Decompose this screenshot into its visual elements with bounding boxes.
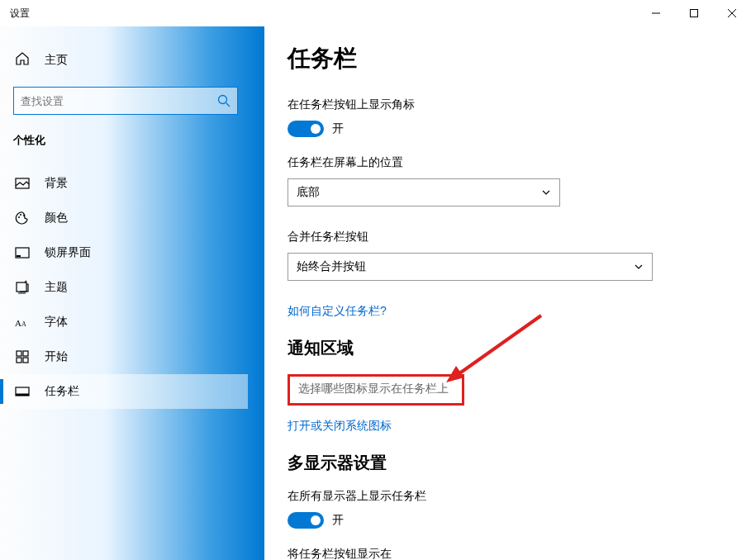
window-controls xyxy=(637,0,751,26)
window-title: 设置 xyxy=(10,7,637,21)
page-title: 任务栏 xyxy=(288,43,751,74)
fonts-icon: AA xyxy=(15,315,30,330)
close-icon xyxy=(728,9,736,17)
chevron-down-icon xyxy=(541,187,551,197)
sidebar-item-label: 任务栏 xyxy=(45,384,79,399)
svg-rect-6 xyxy=(16,178,29,188)
sidebar-item-colors[interactable]: 颜色 xyxy=(0,201,248,235)
svg-point-7 xyxy=(18,216,20,218)
lockscreen-icon xyxy=(15,245,30,260)
multimonitor-heading: 多显示器设置 xyxy=(288,452,751,474)
svg-rect-18 xyxy=(23,358,28,363)
position-label: 任务栏在屏幕上的位置 xyxy=(288,155,751,170)
home-button[interactable]: 主页 xyxy=(0,43,248,77)
svg-line-5 xyxy=(226,103,231,107)
sidebar-item-taskbar[interactable]: 任务栏 xyxy=(0,374,248,409)
maximize-icon xyxy=(690,9,698,17)
svg-text:A: A xyxy=(21,320,26,328)
svg-text:A: A xyxy=(15,318,21,328)
svg-point-8 xyxy=(20,214,21,216)
sidebar-item-label: 背景 xyxy=(45,176,68,191)
toggle-state-label: 开 xyxy=(332,121,344,136)
sidebar-item-lockscreen[interactable]: 锁屏界面 xyxy=(0,235,248,270)
combine-value: 始终合并按钮 xyxy=(297,259,366,274)
badges-toggle[interactable] xyxy=(288,121,324,137)
close-button[interactable] xyxy=(713,0,751,26)
svg-point-4 xyxy=(219,96,227,104)
search-icon xyxy=(217,94,231,107)
titlebar: 设置 xyxy=(0,0,751,26)
sidebar-item-label: 颜色 xyxy=(45,211,68,225)
svg-rect-1 xyxy=(691,10,698,17)
select-icons-link[interactable]: 选择哪些图标显示在任务栏上 xyxy=(295,382,452,398)
search-box[interactable] xyxy=(13,87,238,115)
picture-icon xyxy=(15,176,30,191)
svg-rect-16 xyxy=(23,351,28,356)
customize-link[interactable]: 如何自定义任务栏? xyxy=(288,304,751,319)
position-value: 底部 xyxy=(297,185,320,200)
chevron-down-icon xyxy=(634,262,644,272)
annotation-highlight-box: 选择哪些图标显示在任务栏上 xyxy=(288,374,464,406)
svg-rect-17 xyxy=(17,358,21,363)
toggle-state-label: 开 xyxy=(332,513,344,528)
sidebar-item-start[interactable]: 开始 xyxy=(0,339,248,374)
svg-rect-20 xyxy=(16,394,29,396)
multimonitor-label: 在所有显示器上显示任务栏 xyxy=(288,489,751,504)
themes-icon xyxy=(15,280,30,295)
maximize-button[interactable] xyxy=(675,0,713,26)
sidebar-item-label: 开始 xyxy=(45,349,68,364)
svg-rect-11 xyxy=(17,255,21,257)
sidebar-item-label: 锁屏界面 xyxy=(45,245,91,260)
sidebar-item-themes[interactable]: 主题 xyxy=(0,270,248,305)
svg-rect-15 xyxy=(17,351,21,356)
svg-point-9 xyxy=(23,215,25,216)
search-input[interactable] xyxy=(21,95,217,107)
content-area: 任务栏 在任务栏按钮上显示角标 开 任务栏在屏幕上的位置 底部 合并任务栏按钮 … xyxy=(264,26,751,560)
minimize-icon xyxy=(652,9,660,17)
position-dropdown[interactable]: 底部 xyxy=(288,178,560,206)
notification-heading: 通知区域 xyxy=(288,337,751,359)
badges-label: 在任务栏按钮上显示角标 xyxy=(288,97,751,112)
multimonitor-footer: 将任务栏按钮显示在 xyxy=(288,547,751,560)
minimize-button[interactable] xyxy=(637,0,675,26)
start-icon xyxy=(15,349,30,364)
palette-icon xyxy=(15,211,30,225)
taskbar-icon xyxy=(15,384,30,399)
sidebar: 主页 个性化 背景 颜色 锁屏界面 xyxy=(0,26,264,560)
svg-rect-12 xyxy=(17,282,26,292)
sidebar-item-fonts[interactable]: AA 字体 xyxy=(0,305,248,339)
sidebar-item-background[interactable]: 背景 xyxy=(0,166,248,201)
combine-label: 合并任务栏按钮 xyxy=(288,230,751,244)
home-icon xyxy=(15,51,30,69)
home-label: 主页 xyxy=(45,53,68,68)
combine-dropdown[interactable]: 始终合并按钮 xyxy=(288,253,653,281)
category-label: 个性化 xyxy=(0,130,248,156)
multimonitor-toggle[interactable] xyxy=(288,512,324,529)
sidebar-item-label: 字体 xyxy=(45,315,68,330)
sidebar-item-label: 主题 xyxy=(45,280,68,295)
system-icons-link[interactable]: 打开或关闭系统图标 xyxy=(288,419,751,434)
